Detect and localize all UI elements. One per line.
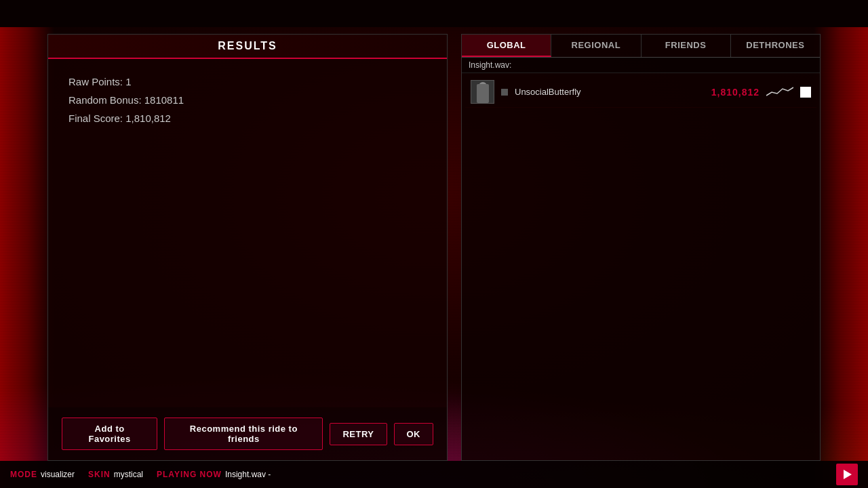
recommend-button[interactable]: Recommend this ride to friends: [164, 418, 323, 450]
avatar: [471, 80, 494, 104]
skin-label: SKIN: [88, 470, 111, 479]
sparkline-svg: [766, 85, 793, 99]
random-bonus-label: Random Bonus:: [68, 94, 142, 106]
play-button[interactable]: [836, 464, 858, 485]
entry-sparkline-graph: [766, 85, 793, 99]
random-bonus-value: 1810811: [144, 94, 184, 106]
retry-button[interactable]: RETRY: [330, 423, 387, 445]
main-area: RESULTS Raw Points: 1 Random Bonus: 1810…: [47, 34, 821, 461]
entry-username: UnsocialButterfly: [515, 87, 705, 97]
add-to-favorites-button[interactable]: Add to Favorites: [62, 418, 157, 450]
song-title-text: Insight.wav:: [469, 60, 511, 70]
leaderboard-body: UnsocialButterfly 1,810,812: [462, 73, 820, 460]
mode-value: visualizer: [41, 470, 75, 479]
final-score-row: Final Score: 1,810,812: [68, 109, 427, 127]
status-bar: MODE visualizer SKIN mystical PLAYING NO…: [0, 461, 868, 488]
final-score-label: Final Score:: [68, 113, 123, 124]
tab-friends[interactable]: FRIENDS: [642, 35, 731, 57]
content-area: RESULTS Raw Points: 1 Random Bonus: 1810…: [0, 0, 868, 488]
raw-points-row: Raw Points: 1: [68, 73, 427, 91]
entry-status-indicator: [501, 89, 508, 96]
entry-flag: [800, 87, 811, 98]
playing-label: PLAYING NOW: [157, 470, 222, 479]
play-icon: [844, 470, 852, 479]
results-footer: Add to Favorites Recommend this ride to …: [48, 407, 447, 460]
results-header: RESULTS: [48, 35, 447, 59]
playing-value: Insight.wav -: [225, 470, 271, 479]
table-row: UnsocialButterfly 1,810,812: [465, 77, 816, 108]
random-bonus-row: Random Bonus: 1810811: [68, 91, 427, 109]
ok-button[interactable]: OK: [394, 423, 434, 445]
results-body: Raw Points: 1 Random Bonus: 1810811 Fina…: [48, 59, 447, 407]
leaderboard-song-title: Insight.wav:: [462, 58, 820, 73]
skin-value: mystical: [114, 470, 143, 479]
final-score-value: 1,810,812: [125, 113, 171, 124]
results-title: RESULTS: [218, 40, 277, 52]
tab-regional[interactable]: REGIONAL: [551, 35, 641, 57]
tab-global[interactable]: GLOBAL: [462, 35, 551, 57]
leaderboard-tabs: GLOBAL REGIONAL FRIENDS DETHRONES: [462, 35, 820, 58]
raw-points-value: 1: [125, 76, 131, 87]
raw-points-label: Raw Points:: [68, 76, 123, 87]
mode-label: MODE: [10, 470, 37, 479]
entry-score: 1,810,812: [711, 87, 760, 98]
results-panel: RESULTS Raw Points: 1 Random Bonus: 1810…: [47, 34, 448, 461]
avatar-figure: [477, 84, 489, 103]
tab-dethrones[interactable]: DETHRONES: [731, 35, 820, 57]
leaderboard-panel: GLOBAL REGIONAL FRIENDS DETHRONES Insigh…: [461, 34, 821, 461]
